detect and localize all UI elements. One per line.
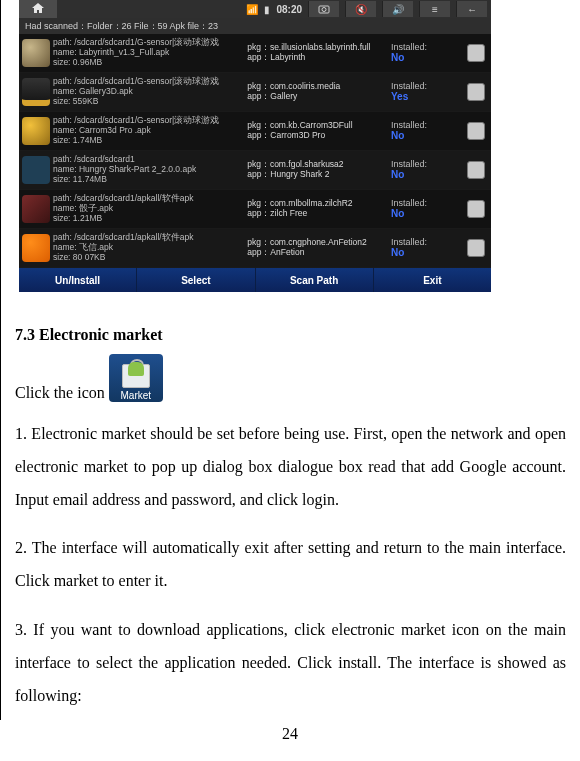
select-checkbox[interactable] — [461, 73, 491, 111]
app-icon — [19, 151, 53, 189]
app-icon — [19, 190, 53, 228]
apk-row[interactable]: path: /sdcard/sdcard1/G-sensor|滚动球游戏 nam… — [19, 73, 491, 112]
select-checkbox[interactable] — [461, 229, 491, 267]
app-icon — [19, 73, 53, 111]
install-status: No — [391, 247, 404, 258]
app-icon — [19, 112, 53, 150]
app-icon — [19, 229, 53, 267]
android-status-bar: 📶 ▮ 08:20 🔇 🔊 ≡ ← — [19, 0, 491, 18]
market-icon: Market — [109, 354, 163, 402]
paragraph-1: 1. Electronic market should be set befor… — [15, 418, 566, 516]
volume-down-button[interactable]: 🔇 — [345, 1, 376, 17]
exit-button[interactable]: Exit — [374, 268, 491, 292]
click-the-icon-text: Click the icon — [15, 384, 105, 402]
apk-row[interactable]: path: /sdcard/sdcard1/apkall/软件apk name:… — [19, 190, 491, 229]
market-icon-label: Market — [120, 390, 151, 401]
scan-path-button[interactable]: Scan Path — [256, 268, 374, 292]
scan-summary-header: Had scanned：Folder：26 File：59 Apk file：2… — [19, 18, 491, 34]
volume-up-button[interactable]: 🔊 — [382, 1, 413, 17]
android-icon — [128, 362, 144, 376]
bottom-toolbar: Un/Install Select Scan Path Exit — [19, 268, 491, 292]
select-checkbox[interactable] — [461, 190, 491, 228]
select-button[interactable]: Select — [137, 268, 255, 292]
apk-row[interactable]: path: /sdcard/sdcard1/G-sensor|滚动球游戏 nam… — [19, 34, 491, 73]
app-icon — [19, 34, 53, 72]
paragraph-3: 3. If you want to download applications,… — [15, 614, 566, 712]
status-clock: 08:20 — [276, 4, 302, 15]
install-status: No — [391, 130, 404, 141]
apk-list: path: /sdcard/sdcard1/G-sensor|滚动球游戏 nam… — [19, 34, 491, 268]
home-icon — [31, 2, 45, 17]
home-button-area[interactable] — [19, 0, 57, 18]
select-checkbox[interactable] — [461, 34, 491, 72]
select-checkbox[interactable] — [461, 151, 491, 189]
apk-row[interactable]: path: /sdcard/sdcard1/G-sensor|滚动球游戏 nam… — [19, 112, 491, 151]
screenshot-button[interactable] — [308, 1, 339, 17]
apk-row[interactable]: path: /sdcard/sdcard1/apkall/软件apk name:… — [19, 229, 491, 268]
apk-manager-screenshot: 📶 ▮ 08:20 🔇 🔊 ≡ ← Had scanned：Folder：26 … — [19, 0, 491, 292]
battery-icon: ▮ — [264, 4, 270, 15]
page-number: 24 — [0, 725, 580, 743]
menu-button[interactable]: ≡ — [419, 1, 450, 17]
apk-row[interactable]: path: /sdcard/sdcard1 name: Hungry Shark… — [19, 151, 491, 190]
install-status: Yes — [391, 91, 408, 102]
install-status: No — [391, 208, 404, 219]
select-checkbox[interactable] — [461, 112, 491, 150]
signal-icon: 📶 — [246, 4, 258, 15]
section-heading: 7.3 Electronic market — [15, 326, 566, 344]
paragraph-2: 2. The interface will automatically exit… — [15, 532, 566, 598]
install-status: No — [391, 169, 404, 180]
svg-point-1 — [322, 8, 326, 12]
back-button[interactable]: ← — [456, 1, 487, 17]
uninstall-button[interactable]: Un/Install — [19, 268, 137, 292]
install-status: No — [391, 52, 404, 63]
